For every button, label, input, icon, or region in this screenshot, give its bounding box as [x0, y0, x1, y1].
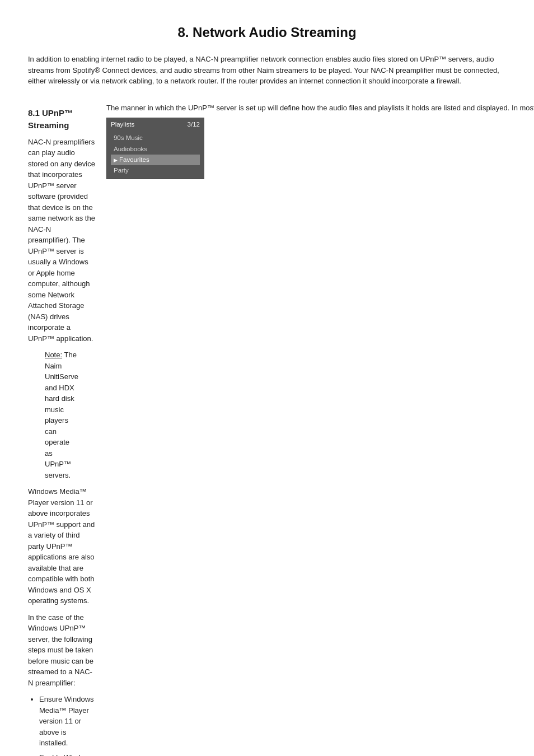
playlists-widget-header: Playlists 3/12 [107, 118, 204, 131]
intro-paragraph: In addition to enabling internet radio t… [28, 54, 506, 87]
playlists-widget-body: 90s Music Audiobooks Favourites Party [107, 131, 204, 179]
playlist-item-90s: 90s Music [111, 133, 200, 143]
page-title: 8. Network Audio Streaming [28, 22, 506, 43]
playlist-item-audiobooks: Audiobooks [111, 144, 200, 155]
bullet-1: Ensure Windows Media™ Player version 11 … [39, 694, 95, 749]
playlist-item-favourites: Favourites [111, 155, 200, 165]
section-81-note1: Note: The Naim UnitiServe and HDX hard d… [45, 349, 78, 480]
playlists-header-label: Playlists [111, 120, 134, 129]
section-81-para2: Windows Media™ Player version 11 or abov… [28, 486, 95, 606]
playlists-header-count: 3/12 [188, 120, 200, 129]
section-81-bullets: Ensure Windows Media™ Player version 11 … [39, 694, 95, 756]
section-81-title: 8.1 UPnP™ Streaming [28, 107, 95, 132]
note1-label: Note: [45, 351, 62, 359]
playlists-widget: Playlists 3/12 90s Music Audiobooks Favo… [106, 118, 204, 179]
upnp-server-desc: The manner in which the UPnP™ server is … [106, 102, 534, 114]
favourites-arrow-icon [114, 155, 119, 165]
section-81-para1: NAC-N preamplifiers can play audio store… [28, 137, 95, 344]
section-81-para3: In the case of the Windows UPnP™ server,… [28, 612, 95, 689]
playlist-item-party: Party [111, 165, 200, 176]
bullet-2: Enable Windows Media™ Player file sharin… [39, 752, 95, 757]
